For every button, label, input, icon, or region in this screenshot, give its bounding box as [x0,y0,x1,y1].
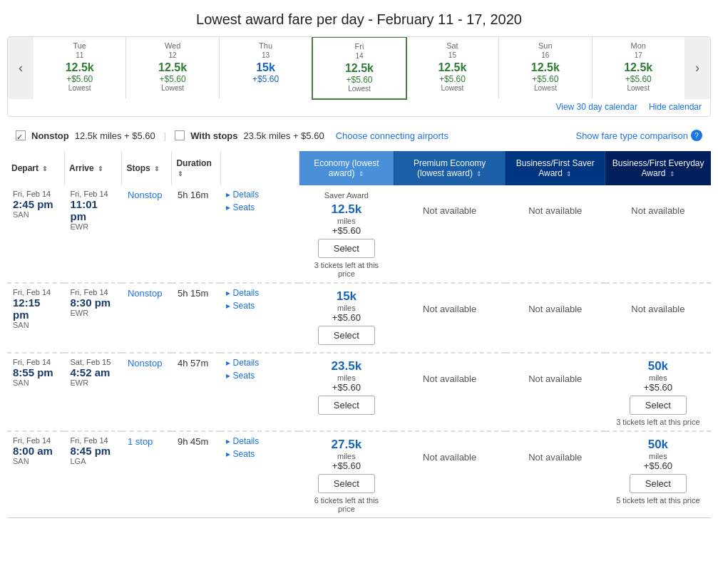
economy-select-button[interactable]: Select [318,239,375,258]
economy-fee: +$5.60 [304,225,388,236]
calendar-day-1[interactable]: Wed 12 12.5k +$5.60 Lowest [126,37,219,99]
col-depart[interactable]: Depart ⇕ [7,151,64,185]
biz-saver-sort-icon: ⇕ [566,170,572,177]
depart-date: Fri, Feb 14 [13,358,58,366]
economy-miles-label: miles [304,304,388,312]
details-seats-cell: Details Seats [220,185,299,283]
premium-na: Not available [399,359,499,384]
choose-airports-link[interactable]: Choose connecting airports [336,130,448,141]
withstops-price: 23.5k miles + $5.60 [244,130,324,141]
biz-saver-fare-cell: Not available [506,185,605,283]
economy-tickets-left: 3 tickets left at this price [304,261,388,278]
col-biz-saver-header[interactable]: Business/First Saver Award ⇕ [506,151,605,185]
arrive-sort-icon: ⇕ [98,165,103,172]
biz-everyday-fee: +$5.60 [611,460,705,471]
view-30-day-link[interactable]: View 30 day calendar [555,102,637,112]
duration-cell: 5h 15m [172,283,220,353]
arrive-time: 11:01 pm [70,198,116,222]
seats-link[interactable]: Seats [226,301,293,311]
withstops-filter[interactable]: With stops [175,130,237,141]
calendar-day-0[interactable]: Tue 11 12.5k +$5.60 Lowest [34,37,126,99]
economy-miles: 27.5k [304,438,388,452]
arrive-cell: Sat, Feb 15 4:52 am EWR [64,353,121,431]
economy-miles: 15k [304,289,388,304]
depart-time: 8:55 pm [13,366,58,378]
cal-fee: +$5.60 [129,74,215,84]
cal-label: Lowest [502,84,588,92]
economy-select-button[interactable]: Select [318,396,375,415]
cal-dow: Sun [502,41,588,50]
calendar-day-3[interactable]: Fri 14 12.5k +$5.60 Lowest [312,36,406,100]
biz-everyday-select-button[interactable]: Select [630,474,687,493]
premium-fare-cell: Not available [394,431,505,518]
economy-fee: +$5.60 [304,312,388,323]
economy-miles: 12.5k [304,202,388,217]
col-duration[interactable]: Duration ⇕ [172,151,220,185]
table-row: Fri, Feb 14 8:55 pm SAN Sat, Feb 15 4:52… [7,353,711,431]
cal-label: Lowest [36,84,123,92]
economy-fare-cell: 23.5k miles +$5.60 Select [299,353,394,431]
arrive-airport: EWR [70,378,116,387]
depart-cell: Fri, Feb 14 12:15 pm SAN [7,283,64,353]
cal-label: Lowest [409,84,496,92]
nonstop-price: 12.5k miles + $5.60 [75,130,155,141]
nonstop-checkbox[interactable] [16,130,26,140]
nonstop-filter[interactable]: Nonstop [16,130,69,141]
fare-compare-section: Show fare type comparison ? [575,130,702,141]
arrive-airport: EWR [70,309,116,317]
duration-cell: 4h 57m [172,353,220,431]
biz-everyday-tickets-left: 5 tickets left at this price [611,496,705,505]
col-premium-header[interactable]: Premium Economy (lowest award) ⇕ [394,151,505,185]
seats-link[interactable]: Seats [226,202,293,212]
biz-saver-fare-cell: Not available [506,283,605,353]
calendar-day-4[interactable]: Sat 15 12.5k +$5.60 Lowest [406,37,499,99]
col-biz-everyday-header[interactable]: Business/First Everyday Award ⇕ [605,151,711,185]
calendar-day-5[interactable]: Sun 16 12.5k +$5.60 Lowest [499,37,592,99]
economy-select-button[interactable]: Select [318,326,375,345]
duration-value: 9h 45m [178,436,208,447]
cal-fee: +$5.60 [222,74,309,84]
col-arrive[interactable]: Arrive ⇕ [64,151,121,185]
stops-cell: Nonstop [122,353,172,431]
biz-saver-na: Not available [511,289,600,314]
economy-fare-cell: 27.5k miles +$5.60 Select 6 tickets left… [299,431,394,518]
cal-fee: +$5.60 [316,75,402,85]
economy-tickets-left: 6 tickets left at this price [304,496,388,513]
info-icon[interactable]: ? [691,130,702,141]
table-header-row: Depart ⇕ Arrive ⇕ Stops ⇕ Duration ⇕ Ec [7,151,711,185]
details-link[interactable]: Details [226,358,293,368]
calendar-day-6[interactable]: Mon 17 12.5k +$5.60 Lowest [593,37,684,99]
arrive-date: Fri, Feb 14 [70,190,116,198]
economy-fare-cell: 15k miles +$5.60 Select [299,283,394,353]
details-link[interactable]: Details [226,190,293,200]
hide-calendar-link[interactable]: Hide calendar [649,102,702,112]
col-economy-header[interactable]: Economy (lowest award) ⇕ [299,151,394,185]
cal-miles: 12.5k [36,61,123,74]
seats-link[interactable]: Seats [226,449,293,459]
cal-miles: 12.5k [316,62,402,75]
calendar-prev-button[interactable]: ‹ [8,37,34,99]
depart-time: 12:15 pm [13,296,58,321]
depart-cell: Fri, Feb 14 8:00 am SAN [7,431,64,518]
stops-value: Nonstop [128,358,162,368]
biz-everyday-fare-cell: Not available [605,283,711,353]
col-stops[interactable]: Stops ⇕ [122,151,172,185]
seats-link[interactable]: Seats [226,371,293,381]
calendar-day-2[interactable]: Thu 13 15k +$5.60 [220,37,312,99]
details-link[interactable]: Details [226,288,293,298]
withstops-checkbox[interactable] [175,130,185,140]
biz-saver-na: Not available [511,359,600,384]
stops-cell: Nonstop [122,185,172,283]
premium-fare-cell: Not available [394,353,505,431]
calendar-links: View 30 day calendar Hide calendar [8,99,710,116]
details-link[interactable]: Details [226,436,293,446]
stops-value: Nonstop [128,288,162,299]
cal-fee: +$5.60 [36,74,123,84]
fare-compare-link[interactable]: Show fare type comparison [575,130,688,141]
biz-saver-na: Not available [511,191,600,216]
biz-everyday-select-button[interactable]: Select [630,396,687,415]
stops-cell: Nonstop [122,283,172,353]
economy-select-button[interactable]: Select [318,474,375,493]
flights-table: Depart ⇕ Arrive ⇕ Stops ⇕ Duration ⇕ Ec [7,151,711,518]
calendar-next-button[interactable]: › [684,37,710,99]
